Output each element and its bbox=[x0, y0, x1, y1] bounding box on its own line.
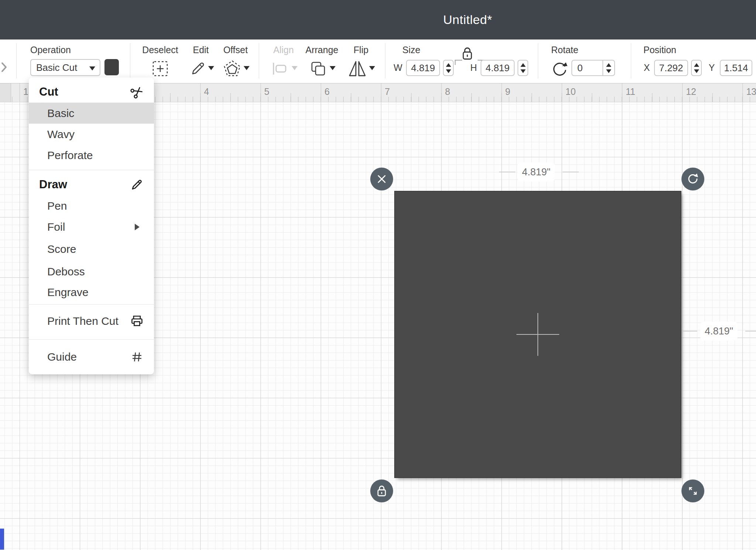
menu-item-pen[interactable]: Pen bbox=[29, 195, 154, 216]
menu-label: Draw bbox=[39, 178, 67, 191]
delete-handle[interactable] bbox=[370, 168, 393, 190]
color-swatch[interactable] bbox=[104, 59, 119, 75]
scissors-icon bbox=[130, 85, 144, 99]
rotate-value: 0 bbox=[577, 62, 583, 74]
menu-label: Deboss bbox=[47, 265, 85, 278]
ruler-number-6: 6 bbox=[324, 86, 330, 97]
height-dimension-badge: 4.819" bbox=[700, 322, 738, 341]
y-letter: Y bbox=[709, 62, 715, 73]
chevron-down-icon[interactable] bbox=[369, 66, 375, 70]
align-label: Align bbox=[273, 45, 294, 55]
menu-label: Wavy bbox=[47, 128, 75, 141]
arrange-icon bbox=[310, 60, 327, 77]
size-lock-button[interactable] bbox=[461, 46, 479, 62]
position-x-stepper[interactable] bbox=[691, 60, 702, 76]
measure-line bbox=[499, 172, 515, 172]
operation-select[interactable]: Basic Cut bbox=[30, 59, 100, 76]
resize-handle-icon bbox=[687, 485, 699, 497]
menu-label: Print Then Cut bbox=[47, 315, 118, 327]
menu-item-score[interactable]: Score bbox=[29, 238, 154, 261]
operation-label: Operation bbox=[30, 45, 71, 55]
ruler-number-7: 7 bbox=[385, 86, 390, 97]
ruler-number-1: 1 bbox=[23, 86, 28, 97]
ruler-number-8: 8 bbox=[445, 86, 450, 97]
offset-label: Offset bbox=[223, 45, 248, 55]
deselect-icon bbox=[152, 61, 168, 77]
rotate-button[interactable] bbox=[551, 60, 568, 78]
resize-handle[interactable] bbox=[681, 479, 704, 502]
arrange-label: Arrange bbox=[306, 45, 339, 55]
menu-item-engrave[interactable]: Engrave bbox=[29, 283, 154, 302]
width-input[interactable]: 4.819 bbox=[406, 60, 440, 76]
width-letter: W bbox=[394, 62, 402, 73]
guide-icon bbox=[130, 351, 144, 363]
step-up-icon bbox=[446, 63, 451, 67]
edit-toolbar: Operation Basic Cut Deselect Edit bbox=[0, 39, 756, 83]
position-x-input[interactable]: 7.292 bbox=[654, 60, 688, 76]
align-button bbox=[272, 60, 289, 78]
align-icon bbox=[272, 61, 289, 76]
ruler-number-12: 12 bbox=[686, 86, 696, 97]
edit-button[interactable] bbox=[189, 60, 207, 78]
panel-expand-chevron-icon[interactable] bbox=[0, 61, 8, 73]
submenu-arrow-icon bbox=[130, 223, 144, 231]
flip-icon bbox=[348, 60, 366, 77]
ruler-number-13: 13 bbox=[746, 86, 756, 97]
pen-icon bbox=[130, 178, 144, 191]
measure-line bbox=[683, 331, 697, 331]
height-input[interactable]: 4.819 bbox=[481, 60, 515, 76]
deselect-button[interactable] bbox=[151, 60, 169, 78]
menu-item-basic[interactable]: Basic bbox=[29, 103, 154, 124]
ruler-number-11: 11 bbox=[626, 86, 635, 97]
divider bbox=[385, 43, 385, 79]
measure-line bbox=[745, 331, 756, 331]
offset-button[interactable] bbox=[223, 60, 241, 78]
divider bbox=[16, 43, 17, 79]
width-stepper[interactable] bbox=[443, 60, 454, 76]
menu-divider bbox=[29, 302, 154, 306]
crosshair-icon bbox=[537, 313, 538, 356]
menu-item-foil[interactable]: Foil bbox=[29, 216, 154, 238]
menu-item-print-then-cut[interactable]: Print Then Cut bbox=[29, 306, 154, 336]
step-up-icon bbox=[694, 63, 699, 67]
divider bbox=[130, 43, 130, 79]
menu-header-draw[interactable]: Draw bbox=[29, 174, 154, 195]
rotate-input[interactable]: 0 bbox=[571, 60, 615, 76]
chevron-down-icon[interactable] bbox=[330, 66, 336, 70]
lock-handle-icon bbox=[375, 484, 388, 498]
chevron-down-icon bbox=[89, 66, 95, 71]
offset-pentagon-icon bbox=[223, 60, 241, 78]
ruler-number-10: 10 bbox=[566, 86, 576, 97]
divider bbox=[631, 43, 631, 79]
flip-button[interactable] bbox=[348, 60, 366, 78]
ruler-corner bbox=[0, 83, 11, 102]
menu-item-perforate[interactable]: Perforate bbox=[29, 145, 154, 166]
width-dimension-badge: 4.819" bbox=[518, 162, 555, 182]
height-stepper[interactable] bbox=[518, 60, 528, 76]
size-label: Size bbox=[402, 45, 420, 55]
menu-label: Cut bbox=[39, 85, 58, 99]
lock-handle[interactable] bbox=[370, 479, 393, 502]
menu-label: Pen bbox=[47, 200, 67, 212]
rotate-handle[interactable] bbox=[681, 168, 704, 190]
chevron-down-icon[interactable] bbox=[208, 66, 214, 70]
rotate-stepper[interactable] bbox=[602, 61, 614, 75]
menu-header-cut[interactable]: Cut bbox=[29, 81, 154, 103]
close-icon bbox=[375, 173, 388, 185]
position-y-input[interactable]: 1.514 bbox=[720, 60, 752, 76]
ruler-number-9: 9 bbox=[505, 86, 511, 97]
arrange-button[interactable] bbox=[309, 60, 327, 78]
chevron-down-icon[interactable] bbox=[244, 66, 250, 70]
ruler-number-5: 5 bbox=[264, 86, 269, 97]
step-down-icon bbox=[694, 69, 699, 73]
operation-value: Basic Cut bbox=[36, 62, 77, 73]
menu-item-deboss[interactable]: Deboss bbox=[29, 261, 154, 283]
menu-label: Engrave bbox=[47, 286, 89, 299]
rotate-label: Rotate bbox=[551, 45, 578, 55]
menu-divider bbox=[29, 166, 154, 174]
menu-item-guide[interactable]: Guide bbox=[29, 343, 154, 371]
position-label: Position bbox=[643, 45, 676, 55]
menu-label: Perforate bbox=[47, 149, 93, 162]
step-up-icon bbox=[520, 63, 526, 67]
menu-item-wavy[interactable]: Wavy bbox=[29, 124, 154, 145]
